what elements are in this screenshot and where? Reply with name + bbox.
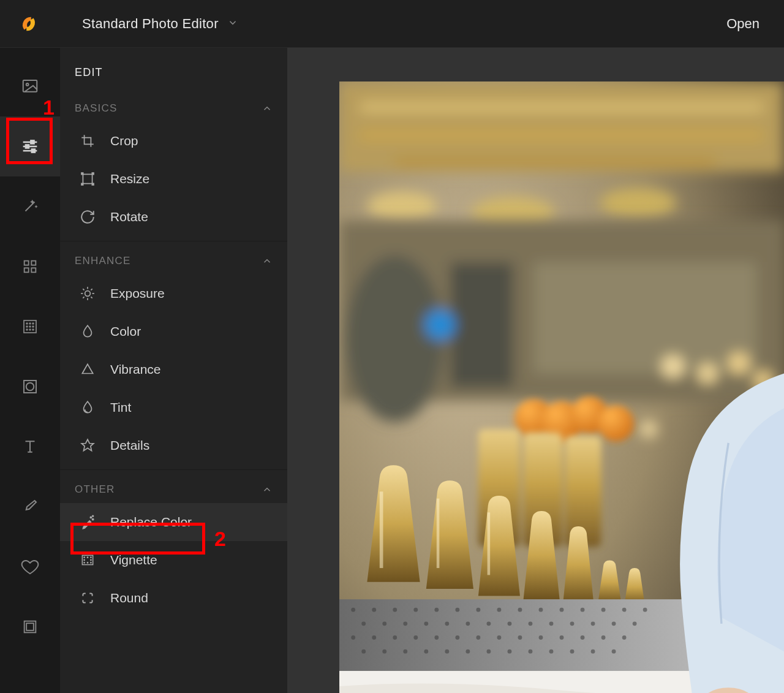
rail-item-heart[interactable]	[0, 537, 60, 597]
svg-marker-43	[82, 364, 92, 373]
tool-replace-color[interactable]: Replace Color	[60, 503, 287, 541]
svg-rect-30	[81, 172, 83, 175]
tool-tint[interactable]: Tint	[60, 388, 287, 426]
rail-item-adjust[interactable]	[0, 116, 60, 176]
svg-point-74	[640, 421, 657, 437]
tool-vignette[interactable]: Vignette	[60, 541, 287, 579]
svg-rect-67	[451, 262, 513, 387]
svg-point-78	[598, 406, 634, 442]
svg-point-120	[455, 635, 459, 640]
canvas[interactable]	[287, 48, 784, 693]
svg-point-97	[581, 608, 585, 612]
svg-rect-7	[32, 150, 35, 153]
rail-item-image[interactable]	[0, 56, 60, 116]
tool-label: Resize	[110, 172, 149, 186]
layers-frame-icon	[21, 618, 39, 635]
svg-point-123	[518, 635, 522, 640]
svg-point-56	[91, 559, 91, 560]
svg-point-14	[29, 323, 31, 324]
rail-item-texture[interactable]	[0, 297, 60, 357]
svg-point-20	[29, 329, 31, 330]
svg-point-88	[393, 608, 397, 612]
color-drop-icon	[78, 322, 97, 341]
svg-point-140	[591, 649, 595, 654]
section-header-other[interactable]: OTHER	[60, 475, 287, 503]
svg-rect-11	[31, 268, 36, 272]
svg-point-141	[612, 649, 616, 654]
exposure-icon	[78, 284, 97, 303]
svg-point-46	[92, 519, 94, 520]
svg-point-117	[393, 635, 397, 640]
tool-label: Details	[110, 438, 149, 453]
open-button[interactable]: Open	[726, 16, 760, 32]
svg-point-13	[26, 323, 28, 324]
tool-label: Crop	[110, 134, 138, 148]
svg-rect-69	[534, 262, 756, 374]
svg-rect-8	[24, 261, 29, 265]
svg-rect-60	[360, 130, 763, 140]
replace-color-icon	[78, 513, 97, 531]
tool-label: Round	[110, 591, 148, 605]
svg-point-89	[413, 608, 418, 612]
tool-crop[interactable]: Crop	[60, 122, 287, 160]
svg-point-71	[698, 364, 717, 384]
rail-item-text[interactable]	[0, 417, 60, 477]
svg-point-45	[90, 517, 91, 518]
rail-item-grid[interactable]	[0, 237, 60, 297]
svg-point-132	[424, 649, 428, 654]
svg-point-98	[601, 608, 606, 612]
mode-selector-label: Standard Photo Editor	[82, 16, 219, 32]
svg-point-72	[728, 352, 749, 373]
topbar: Standard Photo Editor Open	[0, 0, 784, 48]
svg-point-105	[445, 621, 449, 626]
svg-rect-6	[26, 145, 29, 148]
section-header-label: ENHANCE	[75, 255, 131, 267]
section-header-basics[interactable]: BASICS	[60, 94, 287, 122]
svg-point-70	[662, 355, 684, 377]
svg-point-51	[84, 562, 85, 563]
rail-item-brush[interactable]	[0, 477, 60, 537]
tool-exposure[interactable]: Exposure	[60, 275, 287, 312]
edit-panel: EDIT BASICS Crop Resize Rotate ENHANCE E…	[60, 48, 287, 693]
tool-label: Rotate	[110, 210, 148, 224]
svg-point-54	[87, 562, 88, 563]
chevron-up-icon	[262, 484, 273, 495]
svg-point-93	[497, 608, 502, 612]
svg-rect-29	[83, 174, 92, 183]
svg-point-99	[622, 608, 627, 612]
tool-resize[interactable]: Resize	[60, 160, 287, 198]
svg-rect-32	[81, 183, 83, 186]
svg-rect-33	[92, 183, 94, 186]
svg-point-115	[351, 635, 355, 640]
tool-rotate[interactable]: Rotate	[60, 198, 287, 236]
resize-icon	[78, 170, 97, 188]
rotate-icon	[78, 208, 97, 226]
panel-title: EDIT	[60, 48, 287, 94]
svg-point-52	[91, 562, 91, 563]
frame-shape-icon	[21, 377, 39, 396]
app-logo	[18, 13, 39, 34]
tool-details[interactable]: Details	[60, 426, 287, 464]
rail-item-layers-frame[interactable]	[0, 597, 60, 657]
rail-item-magic[interactable]	[0, 176, 60, 237]
rail-item-frame-shape[interactable]	[0, 357, 60, 417]
tool-color[interactable]: Color	[60, 312, 287, 350]
svg-point-101	[361, 621, 366, 626]
svg-point-127	[601, 635, 606, 640]
section-header-enhance[interactable]: ENHANCE	[60, 246, 287, 275]
svg-point-49	[84, 557, 85, 558]
svg-point-138	[549, 649, 554, 654]
tool-round[interactable]: Round	[60, 579, 287, 617]
tool-vibrance[interactable]: Vibrance	[60, 350, 287, 388]
svg-point-124	[539, 635, 543, 640]
svg-point-19	[26, 329, 28, 330]
mode-selector[interactable]: Standard Photo Editor	[54, 16, 238, 32]
svg-point-68	[425, 309, 456, 340]
svg-point-116	[372, 635, 376, 640]
svg-point-107	[486, 621, 491, 626]
svg-rect-9	[31, 261, 36, 265]
svg-point-95	[539, 608, 543, 612]
separator	[60, 469, 287, 470]
round-corners-icon	[78, 589, 97, 607]
svg-point-118	[413, 635, 418, 640]
